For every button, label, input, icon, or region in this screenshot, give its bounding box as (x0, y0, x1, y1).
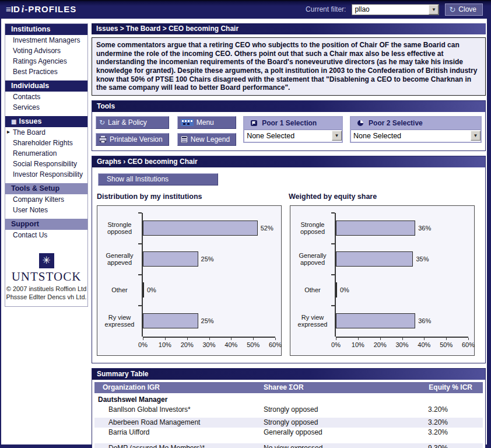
untstock-wordmark: UNTSTOCK (5, 270, 87, 284)
logo-mark-icon: ≡ID (6, 4, 20, 14)
menu-button[interactable]: Menu (177, 116, 236, 129)
bar-value-label: 0% (147, 286, 156, 293)
sidebar-item-the-board[interactable]: The Board (5, 127, 87, 138)
current-filter-dropdown[interactable]: pllao ▼ (352, 4, 439, 15)
new-legend-button[interactable]: New Legend (177, 133, 236, 146)
sidebar-item-user-notes[interactable]: User Notes (5, 205, 87, 215)
category-label: Ry view expressed (97, 306, 142, 337)
sidebar-item-renumeration[interactable]: Renumeration (5, 148, 87, 159)
bar (336, 282, 337, 298)
sidebar-item-company-kilters[interactable]: Company Kilters (5, 194, 87, 205)
page-content: Institutions Investment Managers Voting … (1, 19, 487, 444)
pie-icon (357, 120, 364, 127)
bar-value-label: 25% (201, 256, 214, 262)
column-header-organization: Organization IGR (94, 383, 264, 391)
show-all-institutions-button[interactable]: Show all Institutions (98, 173, 218, 186)
bar (143, 313, 198, 328)
chevron-down-icon[interactable]: ▼ (471, 131, 481, 141)
x-axis: 0% 10% 20% 30% 40% 50% 60% (143, 337, 275, 355)
lair-policy-button[interactable]: ↻ Lair & Policy (96, 116, 169, 129)
table-row[interactable]: Banllson Global Investors* Strongly oppo… (94, 405, 483, 415)
graphs-panel-title: Graphs › CEO becoming Chair (92, 156, 485, 167)
flag-icon (250, 120, 258, 127)
sidebar-item-contact-us[interactable]: Contact Us (5, 230, 87, 240)
printer-icon (99, 136, 107, 143)
current-filter-label: Current filter: (306, 5, 346, 13)
bar (336, 251, 413, 267)
category-label: Strongle opposed (290, 213, 335, 244)
poor2-selective-dropdown[interactable]: None Selected ▼ (351, 130, 481, 142)
chart-weighted: Strongle opposed 36% Generally appoved 3… (290, 205, 475, 356)
bar-value-label: 36% (418, 225, 431, 232)
column-header-equity: Equity % ICR (390, 383, 483, 391)
top-header-bar: ≡ID i-PROFILES Current filter: pllao ▼ ↻… (0, 0, 491, 18)
bar-value-label: 0% (340, 286, 349, 293)
sidebar-item-voting-advisors[interactable]: Voting Advisors (5, 46, 87, 56)
chart-distribution: Strongle opposed 52% Generally appeved 2… (97, 205, 282, 356)
untstock-logo: ✳ UNTSTOCK © 2007 instituels Roffion Ltd… (5, 253, 87, 302)
breadcrumb: Issues > The Board > CEO becoming Chair (92, 23, 486, 34)
category-label: Strongle opposed (97, 213, 142, 244)
app-logo: ≡ID i-PROFILES (6, 4, 76, 15)
tools-panel: Tools ↻ Lair & Policy Menu Printable Ver… (92, 100, 486, 151)
refresh-icon: ↻ (449, 6, 455, 13)
circular-arrow-icon: ↻ (99, 119, 105, 126)
category-label: Generally appeved (97, 244, 142, 275)
summary-table-title: Summary Table (92, 369, 485, 380)
bar-value-label: 36% (418, 317, 431, 324)
copyright-text: © 2007 instituels Roffion Ltd Phssse Edl… (5, 285, 87, 302)
sidebar-item-investment-managers[interactable]: Investment Managers (5, 35, 87, 46)
table-row[interactable]: Barria Uifford Generally opposed 3.20% (94, 428, 483, 438)
sidebar-header-individuals: Individuals (5, 80, 87, 92)
sidebar-header-tools-setup: Tools & Setup (5, 183, 87, 194)
chart1-title: Distribution by my institutions (97, 192, 289, 201)
sidebar-nav: Institutions Investment Managers Voting … (5, 23, 88, 307)
poor2-selective-panel: Poor 2 Selective None Selected ▼ (350, 116, 482, 143)
printable-version-button[interactable]: Printable Version (96, 133, 169, 146)
x-axis: 0% 10% 20% 30% 40% 50% 60% (336, 337, 468, 355)
sidebar-item-investor-responsibility[interactable]: Investor Responsibility (5, 169, 87, 180)
table-header-row: Organization IGR Sharee ΣOR Equity % ICR (94, 382, 483, 393)
sidebar-item-contacts[interactable]: Contacts (5, 92, 87, 102)
sidebar-header-issues: ▦Issues (5, 116, 87, 127)
bar (336, 313, 415, 328)
table-group-header: Dautshswel Manager (94, 393, 483, 405)
legend-grid-icon (181, 136, 188, 143)
bar (143, 282, 144, 298)
category-label: Other (290, 275, 335, 306)
issues-grid-icon: ▦ (11, 118, 16, 125)
bar-value-label: 52% (261, 225, 273, 232)
bar-value-label: 25% (201, 317, 214, 324)
sidebar-item-services[interactable]: Services (5, 102, 87, 113)
table-row[interactable]: Aberbeen Road Management Strongly oppose… (94, 418, 483, 428)
graphs-panel: Graphs › CEO becoming Chair Show all Ins… (92, 156, 486, 363)
tools-panel-title: Tools (92, 101, 485, 112)
bar (336, 220, 415, 236)
issue-description: Some commentators argue that a retiring … (92, 37, 486, 96)
poor1-selection-panel: Poor 1 Selection None Selected ▼ (243, 116, 343, 143)
sidebar-item-ratings-agencies[interactable]: Ratings Agencies (5, 56, 87, 66)
table-row[interactable]: DeMP (assured Mo Members)* No view expre… (94, 443, 483, 448)
column-header-share: Sharee ΣOR (264, 383, 390, 391)
sidebar-header-support: Support (5, 219, 87, 230)
sidebar-item-shareholder-rights[interactable]: Shareholder Rights (5, 138, 87, 148)
untstock-star-icon: ✳ (39, 253, 54, 268)
category-label: Other (97, 275, 142, 306)
chart2-title: Weighted by equity share (289, 192, 481, 201)
bar (143, 220, 258, 236)
bar (143, 251, 198, 267)
summary-table-panel: Summary Table Organization IGR Sharee ΣO… (92, 368, 486, 448)
chevron-down-icon[interactable]: ▼ (332, 131, 342, 141)
sidebar-header-institutions: Institutions (5, 24, 87, 35)
clove-button[interactable]: ↻ Clove (445, 4, 483, 16)
sidebar-item-best-practices[interactable]: Best Practices (5, 66, 87, 77)
category-label: Generally appoved (290, 244, 335, 275)
sidebar-item-social-responsibility[interactable]: Social Responsibility (5, 159, 87, 169)
poor1-selection-dropdown[interactable]: None Selected ▼ (244, 130, 342, 142)
bar-blocks-icon (181, 119, 194, 126)
chevron-down-icon[interactable]: ▼ (429, 5, 439, 15)
bar-value-label: 35% (416, 256, 429, 262)
category-label: Ry view expressed (290, 306, 335, 337)
